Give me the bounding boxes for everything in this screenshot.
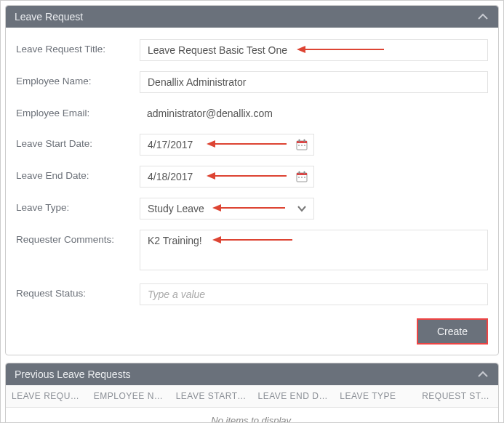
- col-employee-name[interactable]: EMPLOYEE N…: [88, 385, 170, 407]
- svg-rect-6: [298, 145, 300, 146]
- svg-rect-13: [299, 172, 300, 174]
- col-request-status[interactable]: REQUEST STA…: [416, 385, 498, 407]
- label-employee-email: Employee Email:: [16, 103, 140, 118]
- label-comments: Requester Comments:: [16, 230, 140, 245]
- calendar-icon[interactable]: [290, 139, 313, 150]
- grid-empty-text: No items to display.: [6, 408, 498, 423]
- svg-rect-7: [301, 145, 303, 146]
- leave-title-input[interactable]: [140, 39, 488, 61]
- svg-rect-17: [304, 177, 305, 178]
- label-title: Leave Request Title:: [16, 39, 140, 55]
- end-date-input[interactable]: [140, 166, 290, 187]
- previous-requests-header: Previous Leave Requests: [6, 363, 498, 385]
- leave-request-panel: Leave Request Leave Request Title: Emplo…: [5, 5, 499, 355]
- label-leave-type: Leave Type:: [16, 198, 140, 213]
- label-employee-name: Employee Name:: [16, 71, 140, 86]
- leave-type-select[interactable]: [140, 198, 290, 219]
- grid-header: LEAVE REQUE… EMPLOYEE N… LEAVE START … L…: [6, 385, 498, 408]
- collapse-icon[interactable]: [476, 370, 489, 379]
- comments-textarea[interactable]: [140, 230, 488, 270]
- leave-request-header: Leave Request: [6, 6, 498, 28]
- collapse-icon[interactable]: [476, 12, 489, 21]
- svg-rect-4: [299, 140, 300, 142]
- col-leave-type[interactable]: LEAVE TYPE: [334, 385, 416, 407]
- label-start-date: Leave Start Date:: [16, 134, 140, 149]
- status-input[interactable]: [140, 283, 488, 305]
- svg-rect-14: [304, 172, 305, 174]
- svg-rect-16: [301, 177, 303, 178]
- employee-name-input[interactable]: [140, 71, 488, 93]
- svg-rect-12: [297, 173, 307, 175]
- calendar-icon[interactable]: [290, 171, 313, 182]
- create-button[interactable]: Create: [417, 318, 488, 345]
- svg-rect-3: [297, 141, 307, 143]
- label-status: Request Status:: [16, 283, 140, 299]
- svg-rect-8: [304, 145, 305, 146]
- label-end-date: Leave End Date:: [16, 166, 140, 181]
- col-leave-end[interactable]: LEAVE END D…: [252, 385, 334, 407]
- leave-request-title: Leave Request: [15, 11, 83, 23]
- previous-requests-panel: Previous Leave Requests LEAVE REQUE… EMP…: [5, 363, 499, 423]
- chevron-down-icon[interactable]: [290, 203, 313, 214]
- svg-rect-5: [304, 140, 305, 142]
- previous-requests-title: Previous Leave Requests: [15, 368, 131, 380]
- employee-email-value: administrator@denallix.com: [140, 103, 488, 124]
- start-date-input[interactable]: [140, 134, 290, 155]
- col-leave-request[interactable]: LEAVE REQUE…: [6, 385, 88, 407]
- col-leave-start[interactable]: LEAVE START …: [170, 385, 252, 407]
- svg-rect-15: [298, 177, 300, 178]
- leave-request-body: Leave Request Title: Employee Name: Empl…: [6, 28, 498, 355]
